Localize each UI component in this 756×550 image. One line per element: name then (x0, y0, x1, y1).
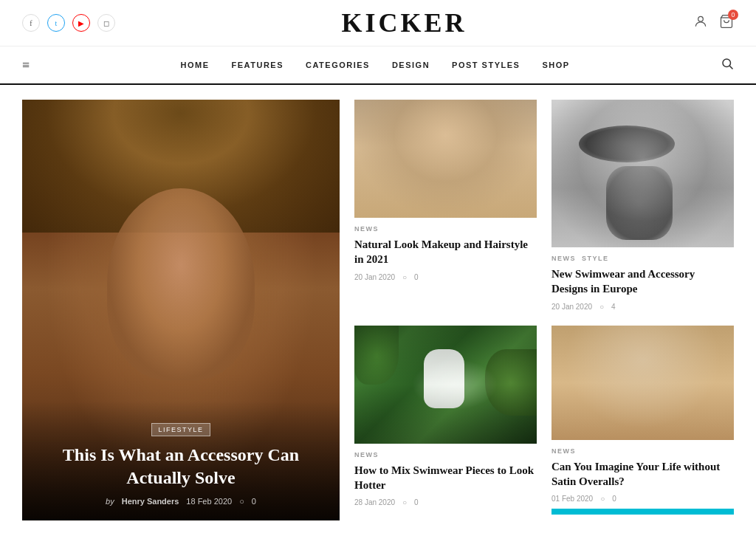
featured-tag: LIFESTYLE (151, 423, 210, 436)
article-4-tags: NEWS (551, 447, 734, 455)
article-4-date: 01 Feb 2020 (551, 495, 593, 503)
article-2-tag-style: STYLE (582, 255, 609, 262)
svg-point-0 (698, 16, 704, 21)
article-4-image (551, 326, 734, 440)
featured-by: by (106, 497, 114, 506)
article-2-comment-count: 4 (611, 303, 616, 311)
article-3-date: 28 Jan 2020 (354, 498, 395, 506)
article-1-tag: NEWS (354, 225, 379, 233)
article-4-title: Can You Imagine Your Life without Satin … (551, 459, 734, 489)
youtube-icon[interactable]: ▶ (72, 14, 90, 32)
article-2-meta: 20 Jan 2020 ○ 4 (551, 303, 734, 311)
featured-image: LIFESTYLE This Is What an Accessory Can … (22, 100, 340, 520)
article-card-4[interactable]: NEWS Can You Imagine Your Life without S… (551, 326, 734, 515)
article-1-tags: NEWS (354, 225, 537, 233)
featured-comment-count: 0 (252, 497, 256, 506)
article-4-comment-count: 0 (612, 495, 616, 503)
article-3-comment-icon: ○ (402, 498, 407, 506)
nav-item-home[interactable]: HOME (181, 59, 210, 71)
svg-point-2 (723, 59, 731, 67)
article-3-image (354, 326, 537, 444)
article-card-3[interactable]: NEWS How to Mix Swimwear Pieces to Look … (354, 326, 537, 515)
article-card-1[interactable]: NEWS Natural Look Makeup and Hairstyle i… (354, 100, 537, 311)
article-4-comment-icon: ○ (600, 495, 605, 503)
face-overlay (107, 188, 255, 380)
teal-bar (551, 509, 734, 515)
facebook-icon[interactable]: f (22, 14, 40, 32)
article-2-tags: NEWS STYLE (551, 255, 734, 262)
article-1-date: 20 Jan 2020 (354, 273, 395, 281)
nav-item-features[interactable]: FEATURES (232, 59, 284, 71)
social-icons: f t ▶ ◻ (22, 14, 115, 32)
main-content: LIFESTYLE This Is What an Accessory Can … (0, 85, 756, 535)
twitter-icon[interactable]: t (47, 14, 65, 32)
article-2-image (551, 100, 734, 247)
navigation: ≡ HOME FEATURES CATEGORIES DESIGN POST S… (0, 47, 756, 85)
cart-icon[interactable]: 0 (719, 14, 734, 32)
featured-comment-icon: ○ (239, 497, 244, 506)
article-card-2[interactable]: NEWS STYLE New Swimwear and Accessory De… (551, 100, 734, 311)
nav-item-post-styles[interactable]: POST STYLES (452, 59, 520, 71)
article-1-comment-icon: ○ (402, 273, 407, 281)
nav-links: HOME FEATURES CATEGORIES DESIGN POST STY… (181, 59, 570, 71)
article-1-meta: 20 Jan 2020 ○ 0 (354, 273, 537, 281)
user-icon[interactable] (693, 14, 708, 32)
article-grid: NEWS Natural Look Makeup and Hairstyle i… (354, 100, 734, 520)
hamburger-menu[interactable]: ≡ (22, 58, 30, 73)
nav-item-categories[interactable]: CATEGORIES (306, 59, 370, 71)
search-icon[interactable] (721, 57, 734, 73)
article-1-title: Natural Look Makeup and Hairstyle in 202… (354, 237, 537, 267)
featured-title: This Is What an Accessory Can Actually S… (41, 444, 321, 489)
article-2-date: 20 Jan 2020 (551, 303, 592, 311)
article-1-comment-count: 0 (414, 273, 419, 281)
instagram-icon[interactable]: ◻ (97, 14, 115, 32)
article-2-comment-icon: ○ (599, 303, 604, 311)
site-title: KICKER (341, 7, 467, 38)
article-4-tag: NEWS (551, 447, 576, 455)
nav-item-design[interactable]: DESIGN (392, 59, 430, 71)
article-3-comment-count: 0 (414, 498, 419, 506)
article-3-meta: 28 Jan 2020 ○ 0 (354, 498, 537, 506)
article-2-tag-news: NEWS (551, 255, 576, 262)
featured-meta: by Henry Sanders 18 Feb 2020 ○ 0 (41, 497, 321, 506)
featured-date: 18 Feb 2020 (186, 497, 232, 506)
article-3-tag: NEWS (354, 451, 379, 458)
featured-article[interactable]: LIFESTYLE This Is What an Accessory Can … (22, 100, 340, 520)
svg-line-3 (729, 66, 732, 69)
nav-item-shop[interactable]: SHOP (542, 59, 569, 71)
top-right-icons: 0 (693, 14, 734, 32)
featured-overlay: LIFESTYLE This Is What an Accessory Can … (22, 401, 340, 520)
featured-author: Henry Sanders (122, 497, 179, 506)
article-4-meta: 01 Feb 2020 ○ 0 (551, 495, 734, 503)
article-3-tags: NEWS (354, 451, 537, 458)
cart-badge: 0 (728, 10, 738, 20)
article-1-image (354, 100, 537, 218)
top-bar: f t ▶ ◻ KICKER 0 (0, 0, 756, 47)
article-3-title: How to Mix Swimwear Pieces to Look Hotte… (354, 463, 537, 493)
article-2-title: New Swimwear and Accessory Designs in Eu… (551, 267, 734, 297)
